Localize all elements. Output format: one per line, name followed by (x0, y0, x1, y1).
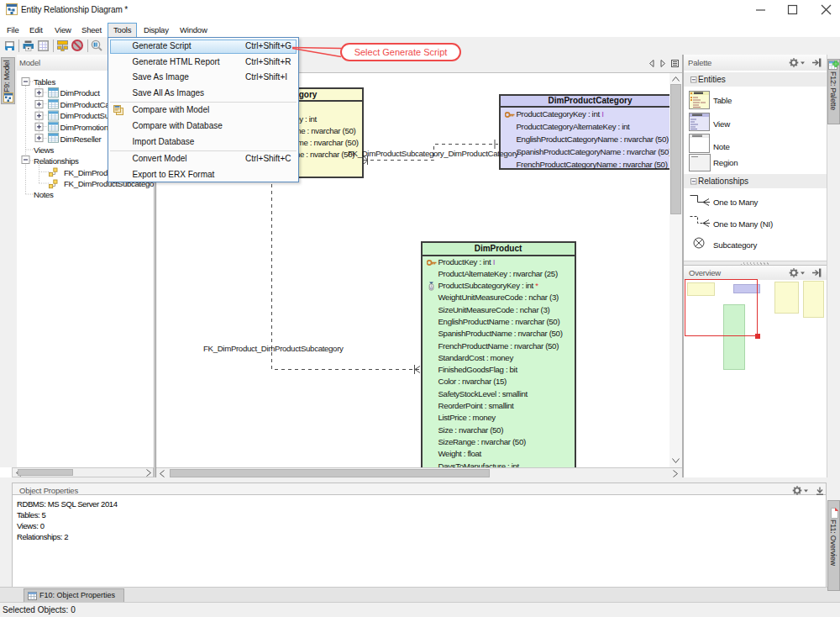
svg-text:FK_DimProduct_DimProductSubcat: FK_DimProduct_DimProductSubcategory (203, 344, 344, 353)
svg-text:FK_DimProductSubcategory_DimPr: FK_DimProductSubcategory_DimProductCateg… (348, 149, 519, 158)
